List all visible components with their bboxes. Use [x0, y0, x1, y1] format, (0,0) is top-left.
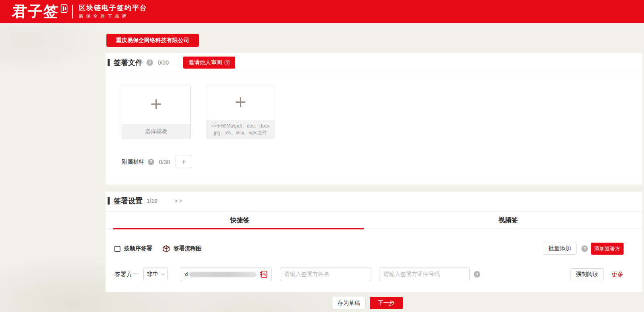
sign-file-help-icon[interactable]: ?: [147, 59, 153, 66]
chevron-down-icon: [161, 273, 165, 276]
attachment-help-icon[interactable]: ?: [148, 159, 154, 165]
select-template-box[interactable]: + 选择模板: [122, 85, 191, 139]
signer-label: 签署方一: [114, 271, 140, 278]
template-caption: 选择模板: [122, 124, 190, 139]
sign-setting-header: 签署设置 1/10 >>: [106, 195, 642, 207]
attachment-row: 附属材料 ? 0/30 +: [122, 156, 192, 168]
signer-id-help-icon[interactable]: ?: [474, 271, 480, 278]
sign-file-title: 签署文件: [114, 58, 143, 67]
force-read-button[interactable]: 强制阅读: [570, 268, 604, 280]
invite-review-label: 邀请他人审阅: [188, 59, 222, 66]
tab-quick-sign[interactable]: 快捷签: [106, 212, 374, 229]
signer-controls-row: 按顺序签署 签署流程图 批量添加 ? 添加签署方: [106, 243, 642, 255]
upload-caption: 小于60M的pdf、doc、docx jpg、xls、xlsx、wps文件: [206, 120, 275, 139]
contact-book-search-icon[interactable]: [260, 270, 267, 278]
brand-logo: 君子签: [12, 4, 60, 19]
upload-hint-line1: 小于60M的pdf、doc、docx: [212, 123, 270, 130]
seal-icon: [61, 4, 67, 13]
template-plus-area: +: [122, 85, 190, 124]
invite-review-help-icon: ?: [224, 60, 230, 65]
sign-setting-count: 1/10: [147, 198, 157, 204]
tagline-brand: 易保全旗下品牌: [79, 13, 147, 19]
tagline-platform: 区块链电子签约平台: [79, 4, 147, 12]
sign-file-header: 签署文件 ? 0/30 邀请他人审阅 ?: [106, 53, 642, 72]
page: 君子签 区块链电子签约平台 易保全旗下品牌 重庆易保全网络科技有限公司 签署文件…: [0, 0, 644, 312]
region-select-value: 非中: [147, 271, 161, 278]
brand-taglines: 区块链电子签约平台 易保全旗下品牌: [79, 4, 147, 19]
signer-id-input[interactable]: 请输入签署方证件号码: [379, 267, 470, 281]
tab-video-sign[interactable]: 视频签: [374, 212, 643, 229]
upload-file-box[interactable]: + 小于60M的pdf、doc、docx jpg、xls、xlsx、wps文件: [206, 85, 275, 139]
sign-mode-tabs: 快捷签 视频签: [106, 211, 642, 229]
upload-boxes-row: + 选择模板 + 小于60M的pdf、doc、docx jpg、xls、xlsx…: [122, 85, 275, 139]
header-divider: [72, 5, 73, 18]
sign-setting-title: 签署设置: [114, 196, 143, 206]
collapse-toggle[interactable]: >>: [174, 198, 183, 204]
attachment-count: 0/30: [159, 159, 170, 165]
add-signer-button[interactable]: 添加签署方: [591, 243, 624, 255]
save-draft-button[interactable]: 存为草稿: [332, 297, 366, 309]
sign-file-count: 0/30: [158, 59, 169, 66]
order-sign-checkbox[interactable]: [114, 246, 120, 252]
section-bar: [108, 59, 110, 66]
upload-hint-line2: jpg、xls、xlsx、wps文件: [214, 130, 267, 136]
attachment-label: 附属材料: [122, 158, 144, 166]
next-step-button[interactable]: 下一步: [370, 297, 403, 309]
more-options-link[interactable]: 更多: [611, 271, 624, 278]
add-attachment-button[interactable]: +: [175, 156, 192, 168]
sign-setting-section: 签署设置 1/10 >> 快捷签 视频签 按顺序签署 签署流程图 批量添加: [106, 192, 642, 292]
invite-review-button[interactable]: 邀请他人审阅 ?: [183, 57, 235, 69]
signer-name-input[interactable]: 请输入签署方姓名: [280, 267, 371, 281]
signer-row: 签署方一 非中 xl: [106, 267, 642, 281]
redacted-account-blur: [189, 272, 257, 277]
company-tag-button[interactable]: 重庆易保全网络科技有限公司: [106, 34, 199, 47]
section-bar: [108, 197, 110, 205]
signer-id-placeholder: 请输入签署方证件号码: [383, 271, 440, 278]
batch-add-help-icon[interactable]: ?: [581, 245, 588, 252]
sign-file-section: 签署文件 ? 0/30 邀请他人审阅 ? + 选择模板: [106, 53, 642, 184]
app-header: 君子签 区块链电子签约平台 易保全旗下品牌: [0, 0, 644, 23]
signer-name-placeholder: 请输入签署方姓名: [284, 271, 329, 278]
flow-chart-cube-icon: [163, 245, 170, 253]
template-caption-label: 选择模板: [145, 128, 167, 135]
signer-account-input[interactable]: xl: [180, 267, 272, 281]
signer-account-value: xl: [184, 271, 188, 278]
flow-chart-label: 签署流程图: [173, 245, 202, 252]
plus-icon: +: [150, 94, 162, 114]
order-sign-label: 按顺序签署: [124, 245, 152, 252]
footer-actions: 存为草稿 下一步: [99, 297, 636, 309]
region-select[interactable]: 非中: [143, 267, 168, 281]
batch-add-button[interactable]: 批量添加: [543, 243, 577, 255]
plus-icon: +: [234, 92, 246, 112]
upload-plus-area: +: [206, 85, 275, 120]
